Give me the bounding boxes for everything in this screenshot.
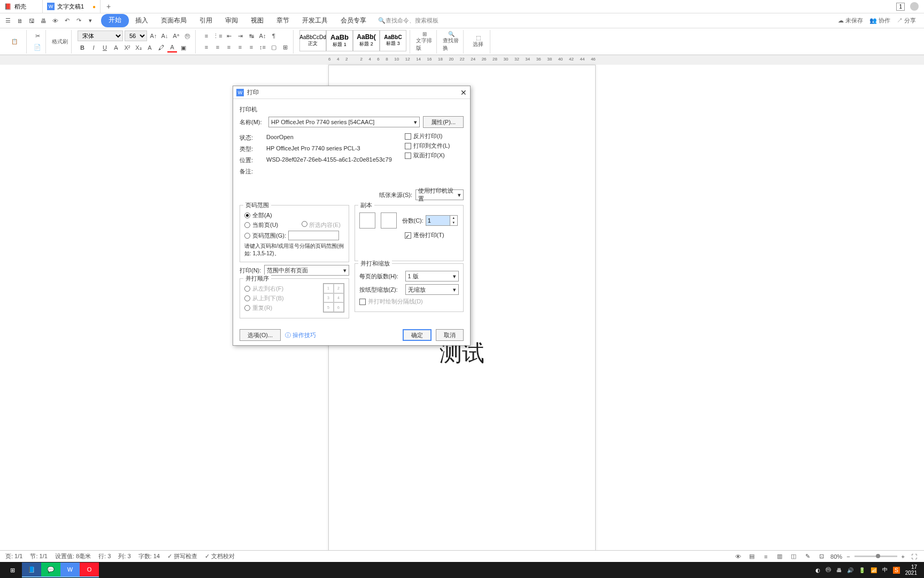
page-range-input[interactable] <box>288 231 339 240</box>
text-effect-icon[interactable]: A <box>145 43 155 52</box>
task-wechat[interactable]: 💬 <box>41 562 60 577</box>
status-section[interactable]: 节: 1/1 <box>30 552 47 560</box>
eye-icon[interactable]: 👁 <box>733 552 743 561</box>
properties-button[interactable]: 属性(P)... <box>423 116 464 128</box>
menu-tab-section[interactable]: 章节 <box>270 14 296 27</box>
mirror-print-checkbox[interactable]: 反片打印(I) <box>405 132 464 140</box>
new-icon[interactable]: 🗎 <box>14 16 25 26</box>
tray-icon[interactable]: ◐ <box>815 567 820 573</box>
shading-icon[interactable]: ▢ <box>269 42 279 52</box>
italic-icon[interactable]: I <box>89 43 98 52</box>
coop-button[interactable]: 👥 协作 <box>869 17 890 25</box>
tray-clock[interactable]: 17 2021 <box>905 564 917 576</box>
scale-combo[interactable]: 无缩放▾ <box>405 284 459 295</box>
style-heading3[interactable]: AaBbC标题 3 <box>380 30 406 51</box>
duplex-checkbox[interactable]: 双面打印(X) <box>405 151 464 159</box>
user-avatar[interactable] <box>910 2 919 11</box>
menu-tab-view[interactable]: 视图 <box>244 14 270 27</box>
status-page[interactable]: 页: 1/1 <box>5 552 22 560</box>
print-what-combo[interactable]: 范围中所有页面▾ <box>264 265 349 276</box>
menu-tab-home[interactable]: 开始 <box>101 14 129 27</box>
align-justify-icon[interactable]: ≡ <box>235 42 245 52</box>
view-page-icon[interactable]: ▤ <box>747 552 757 561</box>
style-heading2[interactable]: AaBb(标题 2 <box>353 30 380 51</box>
doc-proof[interactable]: ✓ 文档校对 <box>205 552 235 560</box>
zoom-in-button[interactable]: + <box>902 553 905 560</box>
tips-link[interactable]: ⓘ 操作技巧 <box>285 331 316 339</box>
tray-volume-icon[interactable]: 🔊 <box>847 567 853 573</box>
window-count[interactable]: 1 <box>896 3 905 11</box>
copies-spinner[interactable]: ▲▼ <box>426 215 458 226</box>
menu-tab-review[interactable]: 审阅 <box>219 14 244 27</box>
status-col[interactable]: 列: 3 <box>118 552 130 560</box>
align-right-icon[interactable]: ≡ <box>224 42 234 52</box>
strikethrough-icon[interactable]: A̵ <box>111 43 121 52</box>
dialog-titlebar[interactable]: W 打印 ✕ <box>233 86 470 99</box>
menu-tab-devtools[interactable]: 开发工具 <box>296 14 334 27</box>
bullets-icon[interactable]: ≡ <box>202 31 211 41</box>
tray-sogou-icon[interactable]: S <box>893 567 900 574</box>
subscript-icon[interactable]: X₂ <box>134 43 143 52</box>
status-setval[interactable]: 设置值: 8毫米 <box>55 552 91 560</box>
task-opera[interactable]: O <box>80 562 99 577</box>
copies-input[interactable] <box>426 216 450 225</box>
close-icon[interactable]: ✕ <box>460 88 467 97</box>
phonetic-icon[interactable]: ㉄ <box>182 31 192 41</box>
spin-down-icon[interactable]: ▼ <box>450 220 457 225</box>
menu-tab-layout[interactable]: 页面布局 <box>155 14 193 27</box>
print-to-file-checkbox[interactable]: 打印到文件(L) <box>405 142 464 150</box>
tab-document[interactable]: W 文字文稿1 ● <box>43 0 101 13</box>
view-read-icon[interactable]: ▥ <box>775 552 784 561</box>
zoom-fit-icon[interactable]: ⊡ <box>817 552 826 561</box>
cancel-button[interactable]: 取消 <box>436 329 464 341</box>
paste-button[interactable]: 📋 <box>6 31 23 52</box>
borders-icon[interactable]: ⊞ <box>280 42 290 52</box>
style-normal[interactable]: AaBbCcDd正文 <box>299 30 326 51</box>
view-web-icon[interactable]: ◫ <box>789 552 798 561</box>
menu-tab-insert[interactable]: 插入 <box>129 14 155 27</box>
status-chars[interactable]: 字数: 14 <box>138 552 160 560</box>
command-search[interactable]: 🔍 查找命令、搜索模板 <box>378 17 438 25</box>
print-icon[interactable]: 🖶 <box>38 16 49 26</box>
ruler[interactable]: 6422468101214161820222426283032343638404… <box>0 55 924 65</box>
align-left-icon[interactable]: ≡ <box>202 42 211 52</box>
font-size-select[interactable]: 56 <box>125 31 147 41</box>
comment-icon[interactable]: ✎ <box>803 552 812 561</box>
undo-icon[interactable]: ↶ <box>61 16 72 26</box>
tab-docer[interactable]: 📕 稻壳 <box>0 0 43 13</box>
fullscreen-icon[interactable]: ⛶ <box>909 552 919 561</box>
per-page-combo[interactable]: 1 版▾ <box>405 271 459 282</box>
clear-format-icon[interactable]: Aᵃ <box>171 31 181 41</box>
copy-icon[interactable]: 📄 <box>33 42 42 52</box>
cut-icon[interactable]: ✂ <box>33 31 42 41</box>
zoom-slider[interactable] <box>854 556 897 557</box>
spin-up-icon[interactable]: ▲ <box>450 216 457 220</box>
tray-icon[interactable]: ⓜ <box>826 566 831 574</box>
preview-icon[interactable]: 👁 <box>50 16 60 26</box>
text-layout-button[interactable]: ⊞文字排版 <box>416 31 433 52</box>
spell-check[interactable]: ✓ 拼写检查 <box>167 552 197 560</box>
select-button[interactable]: ⬚选择 <box>469 31 487 52</box>
align-distribute-icon[interactable]: ≡ <box>247 42 256 52</box>
tab-icon[interactable]: ↹ <box>247 31 256 41</box>
range-pages-radio[interactable] <box>244 233 250 239</box>
tray-wifi-icon[interactable]: 📶 <box>871 567 877 573</box>
task-wps[interactable]: W <box>60 562 80 577</box>
tray-printer-icon[interactable]: 🖶 <box>836 567 842 573</box>
find-replace-button[interactable]: 🔍查找替换 <box>443 31 460 52</box>
show-marks-icon[interactable]: ¶ <box>269 31 279 41</box>
collate-checkbox[interactable]: 逐份打印(T) <box>405 231 459 239</box>
align-center-icon[interactable]: ≡ <box>213 42 222 52</box>
options-button[interactable]: 选项(O)... <box>240 329 281 341</box>
zoom-value[interactable]: 80% <box>830 553 842 560</box>
range-current-radio[interactable] <box>244 222 250 228</box>
save-icon[interactable]: 🖫 <box>26 16 37 26</box>
zoom-out-button[interactable]: − <box>846 553 850 560</box>
style-heading1[interactable]: AaBb标题 1 <box>326 30 353 51</box>
status-row[interactable]: 行: 3 <box>98 552 111 560</box>
decrease-indent-icon[interactable]: ⇤ <box>224 31 234 41</box>
font-color-icon[interactable]: A <box>167 43 177 52</box>
format-brush[interactable]: 格式刷 <box>52 37 68 47</box>
highlight-icon[interactable]: 🖍 <box>156 43 166 52</box>
menu-tab-references[interactable]: 引用 <box>193 14 219 27</box>
